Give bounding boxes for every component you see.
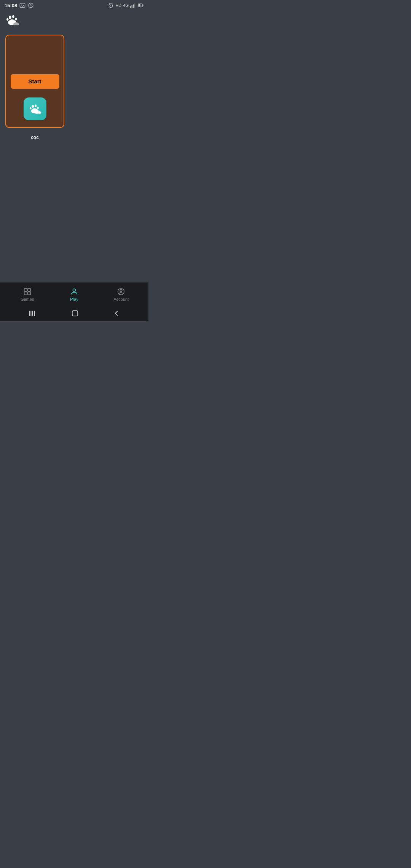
network-badge: 4G: [123, 3, 129, 8]
svg-point-18: [13, 23, 16, 26]
svg-point-26: [38, 112, 41, 114]
account-icon: [117, 287, 125, 296]
svg-line-4: [109, 3, 110, 4]
svg-point-25: [35, 112, 38, 114]
svg-point-22: [30, 107, 32, 109]
home-button[interactable]: [72, 310, 78, 318]
games-label: Games: [21, 297, 34, 302]
svg-rect-35: [32, 311, 33, 316]
games-icon: [23, 287, 32, 296]
svg-rect-11: [139, 4, 140, 6]
nav-item-play[interactable]: Play: [61, 287, 88, 302]
hd-badge: HD: [115, 3, 121, 8]
svg-rect-27: [24, 288, 27, 291]
svg-rect-9: [134, 3, 135, 8]
svg-rect-36: [34, 311, 35, 316]
clock-icon: [28, 2, 34, 8]
gallery-icon: [19, 2, 25, 8]
play-icon: [70, 287, 78, 296]
top-logo-area: [0, 11, 148, 31]
recents-button[interactable]: [29, 311, 36, 317]
app-icon-container: coc: [24, 97, 46, 140]
start-button[interactable]: Start: [11, 74, 59, 89]
status-time: 15:08: [5, 3, 17, 8]
svg-point-20: [32, 105, 34, 108]
svg-point-13: [9, 16, 11, 19]
signal-icon: [130, 2, 136, 8]
back-button[interactable]: [114, 310, 119, 318]
nav-item-games[interactable]: Games: [14, 287, 41, 302]
svg-point-14: [12, 15, 14, 18]
svg-rect-29: [24, 292, 27, 294]
svg-rect-37: [72, 311, 78, 316]
app-name: coc: [31, 135, 39, 140]
svg-rect-30: [28, 292, 30, 294]
bottom-nav: Games Play Account: [0, 282, 148, 306]
play-label: Play: [70, 297, 78, 302]
main-content: Start coc: [0, 31, 148, 132]
svg-point-21: [35, 105, 37, 107]
svg-rect-12: [143, 5, 143, 6]
status-right: HD 4G: [108, 2, 144, 8]
svg-rect-28: [28, 288, 30, 291]
paw-cloud-logo: [5, 14, 20, 29]
svg-point-15: [6, 18, 8, 21]
alarm-icon: [108, 2, 114, 8]
status-bar: 15:08 HD 4G: [0, 0, 148, 11]
battery-icon: [138, 2, 144, 8]
svg-rect-34: [29, 311, 30, 316]
nav-item-account[interactable]: Account: [108, 287, 134, 302]
svg-point-16: [15, 18, 17, 21]
svg-point-23: [37, 107, 39, 109]
svg-point-1: [21, 5, 22, 5]
svg-rect-6: [130, 6, 131, 8]
svg-point-33: [120, 289, 123, 292]
account-label: Account: [113, 297, 129, 302]
svg-rect-7: [132, 5, 132, 8]
system-nav: [0, 306, 148, 321]
svg-line-5: [112, 3, 113, 4]
svg-point-31: [73, 289, 75, 291]
svg-point-19: [16, 23, 19, 26]
app-icon[interactable]: [24, 97, 46, 120]
status-left: 15:08: [5, 2, 34, 8]
svg-rect-8: [133, 5, 134, 8]
game-card-wrapper: Start coc: [5, 35, 64, 128]
